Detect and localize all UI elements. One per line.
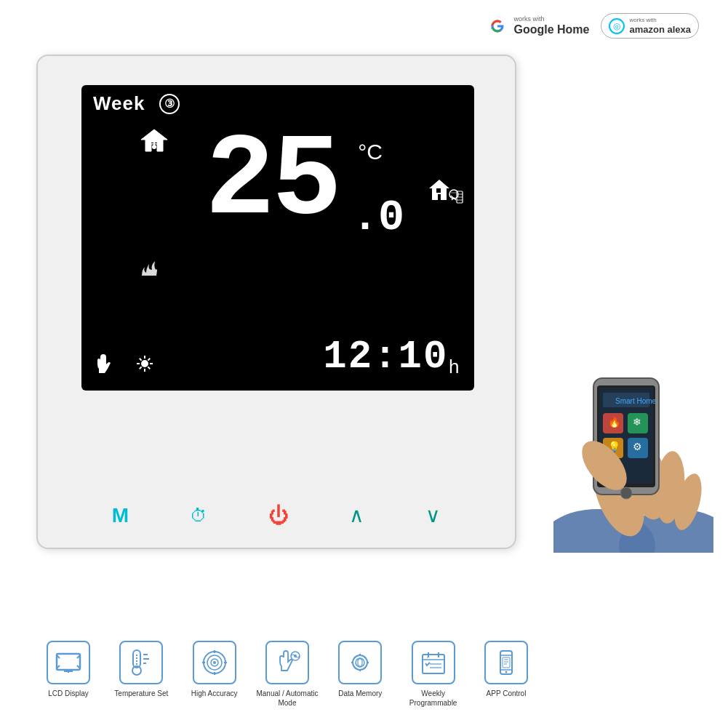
svg-rect-4 [436,188,441,193]
data-memory-icon [346,649,374,676]
weekly-icon-box: 7 [412,641,455,684]
alexa-works-with: works with [629,17,691,24]
svg-text:⚙: ⚙ [633,441,642,452]
google-works-with: works with [513,15,589,23]
temperature-display: 25 °C .0 [205,132,339,231]
top-logos: works with Google Home ◎ works with amaz… [486,13,699,39]
alexa-logo: ◎ works with amazon alexa [601,13,699,39]
svg-rect-66 [500,651,512,674]
google-g-icon [486,15,509,38]
temp-label: Temperature Set [114,689,168,698]
phone-hand-svg: Smart Home 🔥 ❄ 💡 ⚙ [553,335,713,553]
svg-point-36 [620,487,632,499]
feature-lcd: LCD Display [36,641,100,698]
manual-auto-icon [273,649,301,676]
feature-memory: Data Memory [328,641,392,698]
google-home-brand: Google Home [513,23,589,36]
app-icon-box [484,641,528,684]
alexa-text: works with amazon alexa [629,17,691,35]
power-button[interactable]: ⏻ [268,503,289,527]
temp-icon-box [119,641,163,684]
svg-point-50 [213,661,216,664]
svg-text:Smart Home: Smart Home [615,397,657,405]
google-home-text: works with Google Home [513,15,589,37]
memory-label: Data Memory [338,689,382,698]
manual-icon-box [265,641,309,684]
svg-point-8 [141,360,148,367]
heating-icon [136,254,162,285]
svg-rect-38 [57,654,80,670]
feature-accuracy: High Accuracy [183,641,247,698]
svg-line-13 [140,359,142,361]
alexa-ring-icon: ◎ [609,18,625,34]
google-home-logo: works with Google Home [486,15,589,38]
temperature-decimal: .0 [352,193,404,242]
svg-text:3: 3 [438,182,441,187]
svg-point-3 [152,145,156,149]
svg-rect-70 [503,657,510,668]
app-control-icon [492,649,520,676]
alexa-brand: amazon alexa [629,24,691,35]
week-label: Week [93,92,145,115]
svg-text:🔥: 🔥 [608,416,621,428]
up-button[interactable]: ∧ [349,503,364,527]
down-button[interactable]: ∨ [425,503,441,527]
brightness-icon [134,353,156,379]
temperature-value: 25 [205,116,339,247]
lcd-screen: Week ③ 25 °C .0 3 [81,85,474,391]
feature-app: APP Control [474,641,538,698]
week-number: ③ [159,94,180,114]
feature-weekly: 7 Weekly Programmable [401,641,465,708]
svg-line-16 [140,367,142,369]
phone-hand-image: Smart Home 🔥 ❄ 💡 ⚙ [553,335,713,553]
screen-bottom-icons [93,353,156,379]
time-display: 12:10h [323,335,460,379]
svg-text:❄: ❄ [633,416,641,428]
weekly-label: Weekly Programmable [401,689,465,708]
svg-line-15 [148,359,150,361]
lcd-label: LCD Display [48,689,89,698]
manual-label: Manual / Automatic Mode [255,689,319,708]
feature-temp: Temperature Set [109,641,173,698]
high-accuracy-icon [201,649,228,676]
weekly-program-icon: 7 [420,649,447,676]
mode-button[interactable]: M [112,504,129,527]
screen-top-bar: Week ③ [81,85,474,118]
touch-controls: M ⏱ ⏻ ∧ ∨ [38,503,515,527]
svg-text:7: 7 [426,654,429,659]
lcd-icon-box [47,641,90,684]
house-temp-icon [138,125,170,163]
svg-line-14 [148,367,150,369]
memory-icon-box [338,641,382,684]
temperature-set-icon [127,649,155,676]
feature-manual: Manual / Automatic Mode [255,641,319,708]
lcd-display-icon [55,649,82,676]
app-label: APP Control [487,689,527,698]
svg-point-69 [505,671,507,673]
temperature-unit: °C [358,140,383,164]
touch-icon [93,353,115,379]
accuracy-icon-box [193,641,236,684]
thermostat-device: Week ③ 25 °C .0 3 [36,55,516,549]
accuracy-label: High Accuracy [191,689,238,698]
house-schedule-icon: 3 [426,172,464,215]
features-row: LCD Display Temperature Set [36,641,538,708]
svg-point-58 [356,658,364,667]
timer-button[interactable]: ⏱ [190,505,207,526]
